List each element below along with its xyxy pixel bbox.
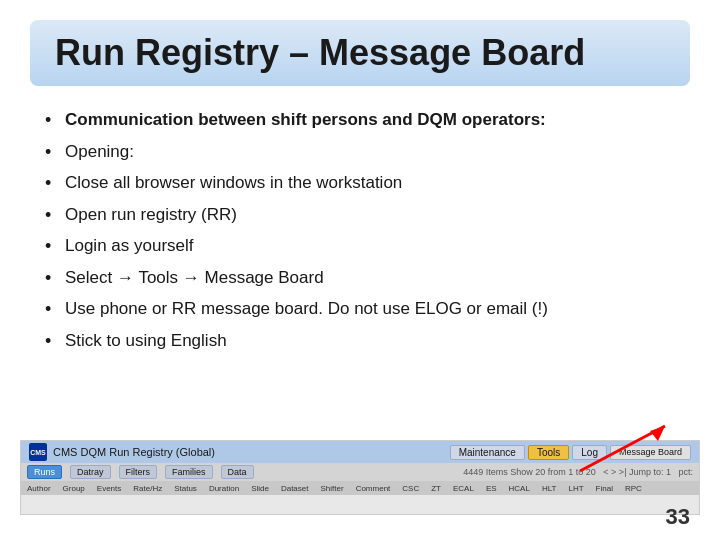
- slide-container: Run Registry – Message Board Communicati…: [0, 0, 720, 540]
- filters-button[interactable]: Filters: [119, 465, 158, 479]
- screenshot-header: CMS CMS DQM Run Registry (Global) Mainte…: [21, 441, 699, 463]
- list-item: Stick to using English: [45, 325, 690, 357]
- list-item: Use phone or RR message board. Do not us…: [45, 293, 690, 325]
- bullet-text-1: Opening:: [65, 142, 134, 161]
- families-button[interactable]: Families: [165, 465, 213, 479]
- bullet-text-7: Stick to using English: [65, 331, 227, 350]
- bullet-text-2: Close all browser windows in the worksta…: [65, 173, 402, 192]
- bullet-text-0: Communication between shift persons and …: [65, 110, 546, 129]
- cms-logo: CMS: [29, 443, 47, 461]
- svg-marker-1: [650, 426, 665, 441]
- list-item: Open run registry (RR): [45, 199, 690, 231]
- log-button[interactable]: Log: [572, 445, 607, 460]
- message-board-item[interactable]: Message Board: [610, 445, 691, 460]
- data-button[interactable]: Data: [221, 465, 254, 479]
- list-item: Close all browser windows in the worksta…: [45, 167, 690, 199]
- bullet-text-4: Login as yourself: [65, 236, 194, 255]
- screenshot-table-header: Author Group Events Rate/Hz Status Durat…: [21, 481, 699, 495]
- list-item: Select → Tools → Message Board: [45, 262, 690, 294]
- title-box: Run Registry – Message Board: [30, 20, 690, 86]
- list-item: Login as yourself: [45, 230, 690, 262]
- screenshot-title: CMS DQM Run Registry (Global): [53, 446, 450, 458]
- datray-button[interactable]: Datray: [70, 465, 111, 479]
- tools-button[interactable]: Tools: [528, 445, 569, 460]
- bullet-text-6: Use phone or RR message board. Do not us…: [65, 299, 548, 318]
- list-item: Communication between shift persons and …: [45, 104, 690, 136]
- bullet-list: Communication between shift persons and …: [45, 104, 690, 356]
- runs-button[interactable]: Runs: [27, 465, 62, 479]
- screenshot-area: CMS CMS DQM Run Registry (Global) Mainte…: [20, 440, 700, 515]
- list-item: Opening:: [45, 136, 690, 168]
- bullet-text-5: Select → Tools → Message Board: [65, 268, 324, 287]
- pagination-info: 4449 Items Show 20 from 1 to 20 < > >| J…: [262, 467, 693, 477]
- bullet-text-3: Open run registry (RR): [65, 205, 237, 224]
- page-number: 33: [666, 504, 690, 530]
- slide-title: Run Registry – Message Board: [55, 32, 585, 73]
- header-buttons: Maintenance Tools Log Message Board: [450, 445, 691, 460]
- maintenance-button[interactable]: Maintenance: [450, 445, 525, 460]
- screenshot-toolbar: Runs Datray Filters Families Data 4449 I…: [21, 463, 699, 481]
